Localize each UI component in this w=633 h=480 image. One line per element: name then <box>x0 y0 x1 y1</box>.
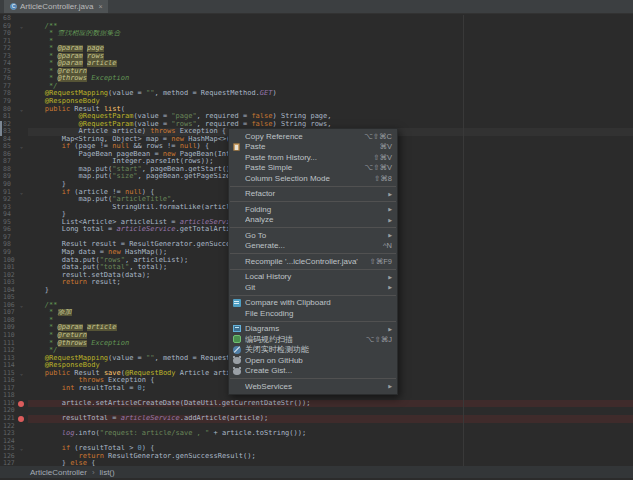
code-text[interactable]: * @return <box>28 68 633 76</box>
gutter-slot[interactable] <box>15 38 28 46</box>
fold-chevron-icon[interactable]: ⌄ <box>15 106 28 114</box>
gutter-slot[interactable] <box>15 181 28 189</box>
code-line[interactable]: 126 return ResultGenerator.genSuccessRes… <box>0 453 633 461</box>
gutter-slot[interactable] <box>15 362 28 370</box>
code-line[interactable]: 74 * @param article <box>0 60 633 68</box>
gutter-slot[interactable] <box>15 355 28 363</box>
code-text[interactable] <box>28 438 633 446</box>
close-icon[interactable]: × <box>98 3 102 10</box>
gutter-slot[interactable] <box>15 128 28 136</box>
gutter-slot[interactable] <box>15 264 28 272</box>
gutter-slot[interactable] <box>15 272 28 280</box>
gutter-slot[interactable] <box>15 113 28 121</box>
gutter-slot[interactable] <box>15 121 28 129</box>
gutter-slot[interactable] <box>15 249 28 257</box>
code-line[interactable]: 124 <box>0 438 633 446</box>
gutter-slot[interactable] <box>15 347 28 355</box>
menu-item-diagrams[interactable]: Diagrams▶ <box>229 324 397 335</box>
gutter-slot[interactable] <box>15 173 28 181</box>
breadcrumb-method[interactable]: list() <box>100 468 115 477</box>
breakpoint-icon[interactable] <box>18 401 24 407</box>
code-line[interactable]: 123 log.info("request: article/save , " … <box>0 430 633 438</box>
gutter-slot[interactable] <box>15 158 28 166</box>
gutter-slot[interactable] <box>15 45 28 53</box>
code-line[interactable]: 80⌄ public Result list( <box>0 106 633 114</box>
tab-article-controller[interactable]: C ArticleController.java × <box>4 0 108 13</box>
code-text[interactable]: article.setArticleCreateDate(DateUtil.ge… <box>28 400 633 408</box>
code-text[interactable]: * @param rows <box>28 53 633 61</box>
code-text[interactable]: * 查找相应的数据集合 <box>28 30 633 38</box>
code-text[interactable]: * @param article <box>28 60 633 68</box>
gutter-slot[interactable] <box>15 385 28 393</box>
code-line[interactable]: 79 @ResponseBody <box>0 98 633 106</box>
gutter-slot[interactable] <box>15 438 28 446</box>
gutter-slot[interactable] <box>15 407 28 415</box>
gutter-slot[interactable] <box>15 196 28 204</box>
gutter-slot[interactable] <box>15 317 28 325</box>
breadcrumb-class[interactable]: ArticleController <box>30 468 87 477</box>
code-line[interactable]: 73 * @param rows <box>0 53 633 61</box>
code-text[interactable]: /** <box>28 23 633 31</box>
code-line[interactable]: 77 */ <box>0 83 633 91</box>
gutter-slot[interactable] <box>15 279 28 287</box>
code-text[interactable] <box>28 15 633 23</box>
gutter-slot[interactable] <box>15 83 28 91</box>
menu-item-copy-reference[interactable]: Copy Reference⌥⇧⌘C <box>229 131 397 142</box>
gutter-slot[interactable] <box>15 257 28 265</box>
code-text[interactable]: public Result list( <box>28 106 633 114</box>
code-text[interactable]: @RequestMapping(value = "", method = Req… <box>28 90 633 98</box>
code-text[interactable]: if (resultTotal > 0) { <box>28 445 633 453</box>
menu-item-analyze[interactable]: Analyze▶ <box>229 215 397 226</box>
code-line[interactable]: 69⌄ /** <box>0 23 633 31</box>
menu-item-paste-simple[interactable]: Paste Simple⌥⇧⌘V <box>229 163 397 174</box>
gutter-slot[interactable] <box>15 340 28 348</box>
gutter-slot[interactable] <box>15 136 28 144</box>
menu-item-cn-24[interactable]: 关闭实时检测功能 <box>229 345 397 356</box>
code-text[interactable]: log.info("request: article/save , " + ar… <box>28 430 633 438</box>
code-line[interactable]: 120 <box>0 407 633 415</box>
gutter-slot[interactable] <box>15 15 28 23</box>
code-line[interactable]: 119 article.setArticleCreateDate(DateUti… <box>0 400 633 408</box>
fold-chevron-icon[interactable]: ⌄ <box>15 189 28 197</box>
menu-item-column-selection-mode[interactable]: Column Selection Mode⇧⌘8 <box>229 173 397 184</box>
code-text[interactable]: * @param page <box>28 45 633 53</box>
code-text[interactable]: resultTotal = articleService.addArticle(… <box>28 415 633 423</box>
gutter-slot[interactable] <box>15 324 28 332</box>
gutter-slot[interactable] <box>15 60 28 68</box>
gutter-slot[interactable] <box>15 219 28 227</box>
code-line[interactable]: 76 * @throws Exception <box>0 75 633 83</box>
fold-chevron-icon[interactable]: ⌄ <box>15 370 28 378</box>
fold-chevron-icon[interactable]: ⌄ <box>15 23 28 31</box>
code-text[interactable]: */ <box>28 83 633 91</box>
breakpoint-gutter[interactable] <box>15 415 28 423</box>
gutter-slot[interactable] <box>15 332 28 340</box>
gutter-slot[interactable] <box>15 453 28 461</box>
gutter-slot[interactable] <box>15 294 28 302</box>
breakpoint-icon[interactable] <box>18 416 24 422</box>
menu-item-local-history[interactable]: Local History▶ <box>229 272 397 283</box>
gutter-slot[interactable] <box>15 90 28 98</box>
gutter-slot[interactable] <box>15 75 28 83</box>
menu-item-paste[interactable]: Paste⌘V <box>229 142 397 153</box>
menu-item-recompile-iclecontroller-java[interactable]: Recompile '...icleController.java'⇧⌘F9 <box>229 256 397 267</box>
menu-item-compare-with-clipboard[interactable]: Compare with Clipboard <box>229 298 397 309</box>
gutter-slot[interactable] <box>15 98 28 106</box>
fold-chevron-icon[interactable]: ⌄ <box>15 143 28 151</box>
gutter-slot[interactable] <box>15 241 28 249</box>
gutter-slot[interactable] <box>15 211 28 219</box>
breakpoint-gutter[interactable] <box>15 400 28 408</box>
code-line[interactable]: 71 * <box>0 38 633 46</box>
code-text[interactable]: * <box>28 38 633 46</box>
menu-item-folding[interactable]: Folding▶ <box>229 204 397 215</box>
menu-item-refactor[interactable]: Refactor▶ <box>229 189 397 200</box>
fold-chevron-icon[interactable]: ⌄ <box>15 445 28 453</box>
gutter-slot[interactable] <box>15 166 28 174</box>
code-line[interactable]: 78 @RequestMapping(value = "", method = … <box>0 90 633 98</box>
code-text[interactable]: @ResponseBody <box>28 98 633 106</box>
fold-chevron-icon[interactable]: ⌄ <box>15 302 28 310</box>
code-line[interactable]: 68 <box>0 15 633 23</box>
code-text[interactable]: return ResultGenerator.genSuccessResult(… <box>28 453 633 461</box>
code-line[interactable]: 72 * @param page <box>0 45 633 53</box>
menu-item-file-encoding[interactable]: File Encoding <box>229 308 397 319</box>
code-text[interactable]: * @throws Exception <box>28 75 633 83</box>
